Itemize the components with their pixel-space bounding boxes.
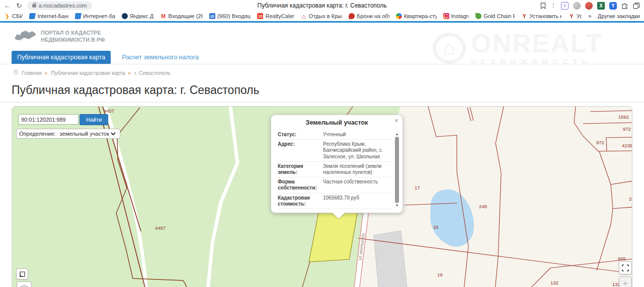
field-label: Кадастровая стоимость:: [278, 195, 320, 207]
find-button[interactable]: Найти: [79, 114, 108, 125]
bookmark-item[interactable]: @(960) Входящие -: [209, 13, 251, 19]
page-title: Публичная кадастровая карта: г. Севастоп…: [12, 83, 644, 97]
bookmark-flag-icon[interactable]: [540, 3, 546, 9]
bookmark-label: Установить наце: [529, 13, 562, 19]
zoom-in-button[interactable]: +: [619, 277, 631, 287]
bookmark-item[interactable]: Брони на объект: [349, 13, 389, 19]
bookmark-item[interactable]: Интернет-банк д: [75, 13, 115, 19]
close-box-extension-icon[interactable]: ×: [561, 2, 569, 10]
disk-favicon: [122, 13, 128, 19]
parcel-number-label: 132: [550, 280, 558, 285]
object-type-filter: Определение: земельный участок: [16, 129, 120, 139]
bookmarks-bar: ❯СБИСInternet-БанкингИнтернет-банк дЯнде…: [0, 11, 644, 23]
parcel-number-label: 4236: [622, 143, 632, 148]
map-search: Найти: [18, 114, 108, 125]
menu-dots-icon[interactable]: ⋮: [550, 2, 556, 9]
parcel-number-label: 972: [623, 126, 631, 132]
cadastral-number-input[interactable]: [18, 114, 78, 125]
popup-field-row: Форма собственности:Частная собственност…: [278, 177, 392, 193]
russia-map-icon: [14, 29, 37, 45]
bookmark-item[interactable]: Квартира-студия: [396, 13, 437, 19]
bookmark-item[interactable]: MВходящие (26) - s: [160, 13, 202, 19]
bookmark-item[interactable]: Gold Chain PNG: [475, 13, 515, 19]
reload-icon[interactable]: ↻: [16, 2, 22, 9]
field-value: Частная собственность: [323, 179, 378, 191]
flag-favicon: [75, 13, 82, 19]
bookmark-label: Instagram: [451, 13, 469, 19]
tab-land-tax-calc[interactable]: Расчет земельного налога: [122, 51, 199, 64]
parcel-number-label: 4457: [155, 225, 166, 231]
padlock-icon: [32, 4, 36, 8]
browser-toolbar: ← ↻ a.roscadastres.com Публичная кадастр…: [0, 0, 644, 11]
breadcrumb-item[interactable]: Главная: [22, 70, 42, 76]
bookmark-item[interactable]: YУстановить наце: [521, 13, 562, 19]
popup-field-row: Категория земель:Земли поселений (земли …: [278, 161, 392, 177]
breadcrumb-separator-icon: ▸: [45, 70, 48, 75]
popup-fields: Статус:УчтенныйАдрес:Республика Крым, Ба…: [278, 130, 392, 210]
other-bookmarks-button[interactable]: Другие закладки: [598, 13, 640, 19]
site-logo[interactable]: ПОРТАЛ О КАДАСТРЕ НЕДВИЖИМОСТИ В РФ: [14, 29, 644, 45]
logo-line2: НЕДВИЖИМОСТИ В РФ: [41, 37, 105, 44]
popup-field-row: Уточненная площадь:1291 кв.м: [278, 209, 392, 210]
parcel-number-label: 17: [415, 185, 420, 190]
parcel-number-label: 25: [629, 196, 632, 202]
field-value: Учтенный: [323, 132, 346, 138]
filter-label: Определение:: [19, 131, 56, 137]
popup-scrollbar[interactable]: ▲ ▼: [394, 132, 399, 208]
bookmark-item[interactable]: ⌂Отдых в Крыму 2: [301, 13, 343, 19]
location-pin-icon: [14, 69, 18, 76]
yandex-favicon: Y: [521, 13, 527, 19]
globe-extension-icon[interactable]: [573, 2, 581, 10]
yandex-favicon: Y: [569, 13, 575, 19]
field-label: Форма собственности:: [278, 179, 320, 191]
close-icon[interactable]: ×: [394, 117, 398, 125]
breadcrumb-item[interactable]: Публичная кадастровая карта: [51, 70, 125, 76]
popup-field-row: Статус:Учтенный: [278, 130, 392, 139]
field-value: 1065683.79 руб: [323, 195, 359, 207]
fullscreen-button[interactable]: [619, 261, 632, 274]
address-bar[interactable]: a.roscadastres.com: [27, 2, 92, 10]
puzzle-icon[interactable]: [621, 2, 628, 9]
popup-field-row: Адрес:Республика Крым, Бахчисарайский ра…: [278, 139, 392, 161]
mail-favicon: @: [209, 13, 215, 19]
instagram-favicon: [443, 13, 449, 19]
gmail-favicon: M: [160, 13, 166, 19]
scroll-up-icon[interactable]: ▲: [394, 132, 399, 136]
excel-extension-icon[interactable]: X: [597, 2, 605, 10]
field-value: Республика Крым, Бахчисарайский район, с…: [323, 141, 392, 160]
parcel-number-label: 16: [433, 224, 439, 230]
divider: [0, 102, 644, 103]
measure-tool-button[interactable]: [16, 268, 28, 279]
parcel-number-label: 1592: [618, 114, 629, 120]
tab-switcher-icon[interactable]: [633, 3, 640, 9]
parcel-info-popup: Земельный участок × Статус:УчтенныйАдрес…: [271, 115, 403, 213]
sbis-favicon: ❯: [4, 13, 10, 19]
field-label: Категория земель:: [278, 163, 320, 175]
map-container: 4457445798911117162481915929729724236256…: [12, 106, 632, 287]
bookmark-item[interactable]: Яндекс Диск: [122, 13, 154, 19]
bookmark-item[interactable]: 15RealtyCalendar: [257, 13, 294, 19]
bookmark-item[interactable]: Instagram: [443, 13, 469, 19]
back-icon[interactable]: ←: [4, 2, 11, 9]
bookmark-item[interactable]: ❯СБИС: [4, 13, 23, 19]
bookmark-item[interactable]: YУст: [569, 13, 582, 19]
field-value: Земли поселений (земли населенных пункто…: [323, 163, 392, 175]
bookmark-label: Входящие (26) - s: [168, 13, 202, 19]
scrollbar-thumb[interactable]: [395, 137, 399, 203]
bookmark-label: RealtyCalendar: [265, 13, 294, 19]
tab-public-cadastral-map[interactable]: Публичная кадастровая карта: [12, 51, 111, 64]
building-footprint: [374, 231, 407, 287]
bookmarks-overflow-chevron[interactable]: »: [588, 13, 592, 20]
layers-button[interactable]: [17, 281, 32, 287]
bookmark-label: Уст: [577, 13, 582, 19]
bookmark-item[interactable]: Internet-Банкинг: [29, 13, 68, 19]
flag-favicon: [29, 13, 36, 19]
scroll-down-icon[interactable]: ▼: [394, 204, 399, 208]
parcel-number-label: 665: [618, 256, 626, 261]
bookmark-label: Internet-Банкинг: [37, 13, 68, 19]
bookmark-label: (960) Входящие -: [217, 13, 251, 19]
seal-extension-icon[interactable]: [585, 2, 593, 10]
yandex-extension-icon[interactable]: Y: [609, 2, 617, 10]
bookmark-label: СБИС: [12, 13, 23, 19]
object-type-select[interactable]: земельный участок: [58, 130, 117, 137]
